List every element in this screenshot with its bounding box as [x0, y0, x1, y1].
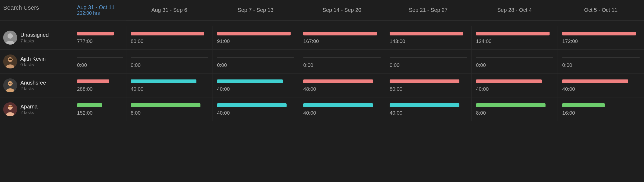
- week-bar-3-1: [217, 103, 287, 107]
- week-header-0: Aug 31 - Sep 6: [126, 0, 213, 20]
- week-bar-0-0: [131, 32, 204, 35]
- week-cell-0-5: 172:00: [558, 26, 644, 49]
- user-info-3: Aparna 2 tasks: [0, 97, 74, 121]
- week-hours-0-5: 172:00: [562, 38, 640, 44]
- week-hours-1-4: 0:00: [476, 62, 554, 68]
- user-info-2: Anushsree 2 tasks: [0, 74, 74, 97]
- week-hours-0-4: 124:00: [476, 38, 554, 44]
- week-hours-2-1: 40:00: [217, 86, 295, 92]
- week-cell-1-4: 0:00: [471, 50, 558, 73]
- user-text-0: Unassigned 7 tasks: [20, 32, 49, 43]
- user-text-3: Aparna 2 tasks: [20, 104, 38, 115]
- week-cell-1-5: 0:00: [558, 50, 644, 73]
- week-hours-0-3: 143:00: [390, 38, 467, 44]
- week-cell-1-1: 0:00: [213, 50, 299, 73]
- week-bar-container-1-3: [390, 55, 467, 60]
- week-bar-0-4: [476, 32, 550, 35]
- week-bar-container-0-0: [131, 31, 208, 36]
- week-hours-2-3: 80:00: [390, 86, 467, 92]
- total-bar-0: [77, 32, 114, 35]
- week-cell-3-1: 40:00: [213, 97, 299, 121]
- avatar-person1: [3, 54, 17, 68]
- week-bar-track-1-4: [476, 57, 554, 58]
- week-bar-container-3-0: [131, 103, 208, 108]
- week-bar-container-1-1: [217, 55, 295, 60]
- week-header-4: Sep 28 - Oct 4: [471, 0, 558, 20]
- week-header-2: Sep 14 - Sep 20: [299, 0, 385, 20]
- avatar-unassigned: [3, 31, 17, 45]
- week-bar-container-1-0: [131, 55, 208, 60]
- week-bar-2-5: [562, 79, 628, 83]
- week-bar-container-2-3: [390, 79, 467, 84]
- total-cell-0: 777:00: [74, 26, 126, 49]
- avatar-person2: [3, 78, 17, 92]
- week-hours-1-3: 0:00: [390, 62, 467, 68]
- total-hours-0: 777:00: [77, 38, 123, 44]
- week-cell-0-3: 143:00: [385, 26, 471, 49]
- week-cell-3-0: 8:00: [126, 97, 213, 121]
- user-info-1: Ajith Kevin 0 tasks: [0, 50, 74, 73]
- user-text-1: Ajith Kevin 0 tasks: [20, 56, 46, 67]
- search-users-label[interactable]: Search Users: [0, 0, 74, 20]
- week-bar-track-1-0: [131, 57, 208, 58]
- week-bar-0-5: [562, 32, 636, 35]
- week-cell-1-3: 0:00: [385, 50, 471, 73]
- week-bar-container-3-3: [390, 103, 467, 108]
- total-range-hours: 232:00 hrs: [77, 10, 100, 16]
- week-bar-2-1: [217, 79, 283, 83]
- svg-point-1: [8, 33, 13, 39]
- week-header-5: Oct 5 - Oct 11: [558, 0, 644, 20]
- week-hours-0-0: 80:00: [131, 38, 208, 44]
- week-hours-2-2: 48:00: [303, 86, 381, 92]
- week-bar-track-1-1: [217, 57, 295, 58]
- svg-point-10: [9, 83, 10, 84]
- week-bar-container-3-1: [217, 103, 295, 108]
- user-info-0: Unassigned 7 tasks: [0, 26, 74, 49]
- avatar-person3: [3, 102, 17, 116]
- total-cell-3: 152:00: [74, 97, 126, 121]
- svg-point-11: [10, 83, 12, 84]
- main-grid: Search Users Aug 31 - Oct 11 232:00 hrs …: [0, 0, 644, 121]
- user-tasks-1: 0 tasks: [20, 63, 46, 67]
- week-bar-container-3-5: [562, 103, 640, 108]
- total-bar-container-1: [77, 55, 123, 60]
- week-bar-3-0: [131, 103, 200, 107]
- week-cell-2-5: 40:00: [558, 74, 644, 97]
- week-bar-container-3-4: [476, 103, 554, 108]
- week-bar-container-1-4: [476, 55, 554, 60]
- week-cell-0-4: 124:00: [471, 26, 558, 49]
- week-bar-track-1-3: [390, 57, 467, 58]
- svg-rect-6: [9, 59, 12, 60]
- week-bar-0-2: [303, 32, 377, 35]
- week-bar-container-2-0: [131, 79, 208, 84]
- user-name-1: Ajith Kevin: [20, 56, 46, 62]
- week-hours-1-0: 0:00: [131, 62, 208, 68]
- week-hours-3-0: 8:00: [131, 110, 208, 116]
- week-bar-container-1-5: [562, 55, 640, 60]
- week-bar-container-0-4: [476, 31, 554, 36]
- week-bar-container-0-2: [303, 31, 381, 36]
- week-bar-2-2: [303, 79, 373, 83]
- total-bar-2: [77, 79, 109, 83]
- total-bar-container-0: [77, 31, 123, 36]
- week-cell-0-2: 167:00: [299, 26, 385, 49]
- week-bar-3-5: [562, 103, 605, 107]
- week-bar-container-3-2: [303, 103, 381, 108]
- week-hours-1-5: 0:00: [562, 62, 640, 68]
- spacer-top: [0, 21, 644, 26]
- total-hours-1: 0:00: [77, 62, 123, 68]
- user-tasks-3: 2 tasks: [20, 110, 38, 115]
- user-name-0: Unassigned: [20, 32, 49, 38]
- week-bar-container-2-5: [562, 79, 640, 84]
- week-cell-0-1: 91:00: [213, 26, 299, 49]
- week-bar-3-2: [303, 103, 373, 107]
- week-hours-0-2: 167:00: [303, 38, 381, 44]
- week-cell-0-0: 80:00: [126, 26, 213, 49]
- week-bar-track-1-5: [562, 57, 640, 58]
- week-bar-3-4: [476, 103, 546, 107]
- week-hours-3-3: 40:00: [390, 110, 467, 116]
- user-name-3: Aparna: [20, 104, 38, 110]
- week-cell-2-3: 80:00: [385, 74, 471, 97]
- week-header-3: Sep 21 - Sep 27: [385, 0, 471, 20]
- total-range-header: Aug 31 - Oct 11 232:00 hrs: [74, 0, 126, 20]
